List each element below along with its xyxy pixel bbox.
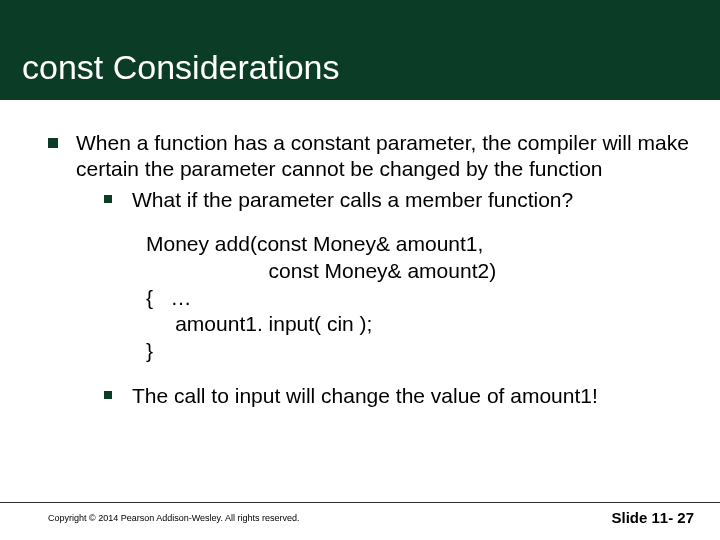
slide-body: When a function has a constant parameter… — [48, 130, 690, 415]
title-bar: const Considerations — [0, 0, 720, 100]
copyright-text: Copyright © 2014 Pearson Addison-Wesley.… — [48, 503, 299, 523]
bullet-level1: When a function has a constant parameter… — [48, 130, 690, 409]
code-line: const Money& amount2) — [146, 259, 496, 282]
slide-title: const Considerations — [0, 0, 720, 87]
code-line: } — [146, 339, 153, 362]
footer: Copyright © 2014 Pearson Addison-Wesley.… — [0, 502, 720, 526]
bullet-text: The call to input will change the value … — [132, 384, 598, 407]
bullet-text: When a function has a constant parameter… — [76, 131, 689, 180]
code-block: Money add(const Money& amount1, const Mo… — [146, 231, 690, 365]
bullet-level2: What if the parameter calls a member fun… — [104, 187, 690, 213]
code-line: { … — [146, 286, 192, 309]
code-line: Money add(const Money& amount1, — [146, 232, 483, 255]
bullet-level2: The call to input will change the value … — [104, 383, 690, 409]
bullet-text: What if the parameter calls a member fun… — [132, 188, 573, 211]
slide-number: Slide 11- 27 — [611, 503, 694, 526]
code-line: amount1. input( cin ); — [146, 312, 372, 335]
